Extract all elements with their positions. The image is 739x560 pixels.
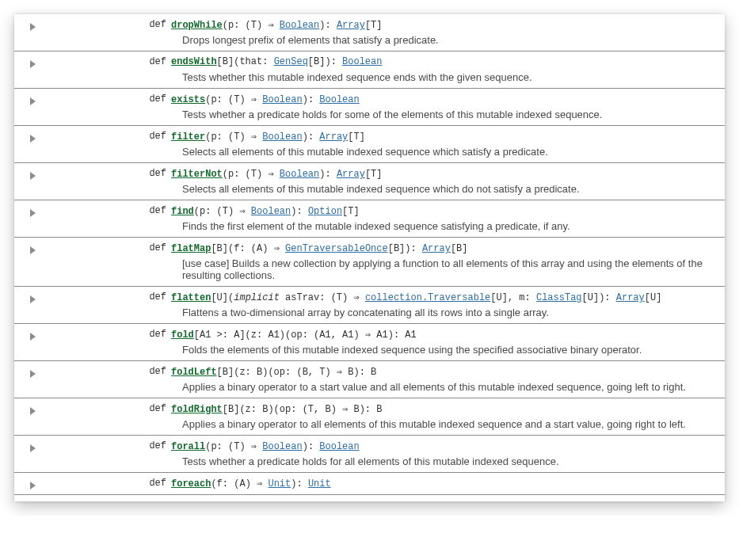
sig-text: ): xyxy=(303,131,320,143)
sig-text: [B] xyxy=(451,243,468,254)
method-name-link[interactable]: endsWith xyxy=(171,56,217,67)
member-signature: foreach(f: (A) ⇒ Unit): Unit xyxy=(171,478,718,490)
sig-text: [B](z: B)(op: (B, T) ⇒ B): B xyxy=(217,367,377,378)
type-link[interactable]: Option xyxy=(308,206,342,217)
sig-text: [T] xyxy=(365,169,383,180)
expand-toggle-icon[interactable] xyxy=(30,23,36,31)
sig-text: [B]): xyxy=(308,56,342,67)
member-description: Finds the first element of the mutable i… xyxy=(182,217,718,232)
type-link[interactable]: Boolean xyxy=(251,206,291,217)
member-kind: def xyxy=(36,440,171,451)
expand-toggle-icon[interactable] xyxy=(30,172,36,180)
type-link[interactable]: ClassTag xyxy=(536,292,582,303)
method-name-link[interactable]: foldLeft xyxy=(171,367,217,378)
sig-text: [B](that: xyxy=(217,56,274,67)
type-link[interactable]: GenSeq xyxy=(274,56,308,67)
type-link[interactable]: GenTraversableOnce xyxy=(285,243,388,254)
member-filterNot: deffilterNot(p: (T) ⇒ Boolean): Array[T]… xyxy=(14,163,725,200)
member-description: Tests whether a predicate holds for all … xyxy=(182,452,718,467)
member-signature: dropWhile(p: (T) ⇒ Boolean): Array[T] xyxy=(171,19,718,31)
expand-toggle-icon[interactable] xyxy=(30,370,36,378)
type-link[interactable]: Boolean xyxy=(280,20,319,31)
member-kind: def xyxy=(36,56,171,67)
sig-text: ): xyxy=(303,441,320,452)
sig-text: ): xyxy=(291,478,308,490)
type-link[interactable]: Boolean xyxy=(319,94,359,105)
member-kind: def xyxy=(36,168,171,179)
member-kind: def xyxy=(36,366,171,377)
member-kind: def xyxy=(36,19,171,30)
type-link[interactable]: Array xyxy=(319,131,348,143)
sig-text: [B](z: B)(op: (T, B) ⇒ B): B xyxy=(223,404,383,415)
member-kind: def xyxy=(36,131,171,142)
member-kind: def xyxy=(36,291,171,303)
type-link[interactable]: collection.Traversable xyxy=(365,292,490,303)
sig-text: (p: (T) ⇒ xyxy=(223,20,280,31)
member-description: [use case] Builds a new collection by ap… xyxy=(182,254,718,281)
method-name-link[interactable]: forall xyxy=(171,441,205,452)
method-name-link[interactable]: foreach xyxy=(171,478,211,490)
member-description: Tests whether a predicate holds for some… xyxy=(182,105,718,120)
member-foldRight: deffoldRight[B](z: B)(op: (T, B) ⇒ B): B… xyxy=(14,398,725,436)
expand-toggle-icon[interactable] xyxy=(30,333,36,341)
expand-toggle-icon[interactable] xyxy=(30,135,36,143)
sig-text: (p: (T) ⇒ xyxy=(194,206,251,217)
member-signature: filter(p: (T) ⇒ Boolean): Array[T] xyxy=(171,131,718,143)
method-name-link[interactable]: find xyxy=(171,206,194,217)
type-link[interactable]: Array xyxy=(616,292,645,303)
method-name-link[interactable]: flatMap xyxy=(171,243,211,254)
expand-toggle-icon[interactable] xyxy=(30,246,36,254)
member-list: defdropWhile(p: (T) ⇒ Boolean): Array[T]… xyxy=(14,14,725,501)
expand-toggle-icon[interactable] xyxy=(30,444,36,452)
type-link[interactable]: Array xyxy=(337,169,365,180)
sig-text: [U], m: xyxy=(490,292,536,303)
sig-text: (p: (T) ⇒ xyxy=(205,131,262,143)
expand-toggle-icon[interactable] xyxy=(30,482,36,490)
member-flatten: defflatten[U](implicit asTrav: (T) ⇒ col… xyxy=(14,287,725,324)
member-description: Tests whether this mutable indexed seque… xyxy=(182,68,718,83)
sig-text: asTrav: (T) ⇒ xyxy=(280,292,365,303)
type-link[interactable]: Boolean xyxy=(319,441,359,452)
expand-toggle-icon[interactable] xyxy=(30,209,36,217)
member-description: Selects all elements of this mutable ind… xyxy=(182,143,718,158)
expand-toggle-icon[interactable] xyxy=(30,97,36,105)
method-name-link[interactable]: filterNot xyxy=(171,169,223,180)
member-kind: def xyxy=(36,93,171,105)
sig-text: (p: (T) ⇒ xyxy=(205,441,262,452)
expand-toggle-icon[interactable] xyxy=(30,295,36,303)
type-link[interactable]: Unit xyxy=(308,478,331,490)
type-link[interactable]: Boolean xyxy=(280,169,319,180)
type-link[interactable]: Boolean xyxy=(262,94,302,105)
member-signature: foldLeft[B](z: B)(op: (B, T) ⇒ B): B xyxy=(171,366,718,378)
member-description: Drops longest prefix of elements that sa… xyxy=(182,31,718,46)
member-fold: deffold[A1 >: A](z: A1)(op: (A1, A1) ⇒ A… xyxy=(14,324,725,361)
member-signature: flatten[U](implicit asTrav: (T) ⇒ collec… xyxy=(171,291,718,303)
type-link[interactable]: Boolean xyxy=(262,441,302,452)
sig-text: [U] xyxy=(645,292,662,303)
type-link[interactable]: Boolean xyxy=(262,131,302,143)
member-forall: defforall(p: (T) ⇒ Boolean): BooleanTest… xyxy=(14,436,725,473)
member-foldLeft: deffoldLeft[B](z: B)(op: (B, T) ⇒ B): BA… xyxy=(14,361,725,398)
expand-toggle-icon[interactable] xyxy=(30,407,36,415)
method-name-link[interactable]: exists xyxy=(171,94,205,105)
type-link[interactable]: Array xyxy=(422,243,451,254)
type-link[interactable]: Boolean xyxy=(342,56,382,67)
method-name-link[interactable]: flatten xyxy=(171,292,211,303)
member-kind: def xyxy=(36,205,171,216)
member-flatMap: defflatMap[B](f: (A) ⇒ GenTraversableOnc… xyxy=(14,238,725,287)
type-link[interactable]: Array xyxy=(337,20,365,31)
type-link[interactable]: Unit xyxy=(268,478,291,490)
keyword: implicit xyxy=(234,292,280,303)
member-signature: filterNot(p: (T) ⇒ Boolean): Array[T] xyxy=(171,168,718,180)
expand-toggle-icon[interactable] xyxy=(30,60,36,68)
sig-text: [B]): xyxy=(388,243,422,254)
member-find: deffind(p: (T) ⇒ Boolean): Option[T]Find… xyxy=(14,200,725,238)
method-name-link[interactable]: filter xyxy=(171,131,205,143)
member-signature: exists(p: (T) ⇒ Boolean): Boolean xyxy=(171,93,718,105)
sig-text: ): xyxy=(291,206,308,217)
method-name-link[interactable]: foldRight xyxy=(171,404,223,415)
member-description: Folds the elements of this mutable index… xyxy=(182,341,718,356)
method-name-link[interactable]: dropWhile xyxy=(171,20,223,31)
method-name-link[interactable]: fold xyxy=(171,330,194,341)
member-description: Applies a binary operator to all element… xyxy=(182,415,718,430)
